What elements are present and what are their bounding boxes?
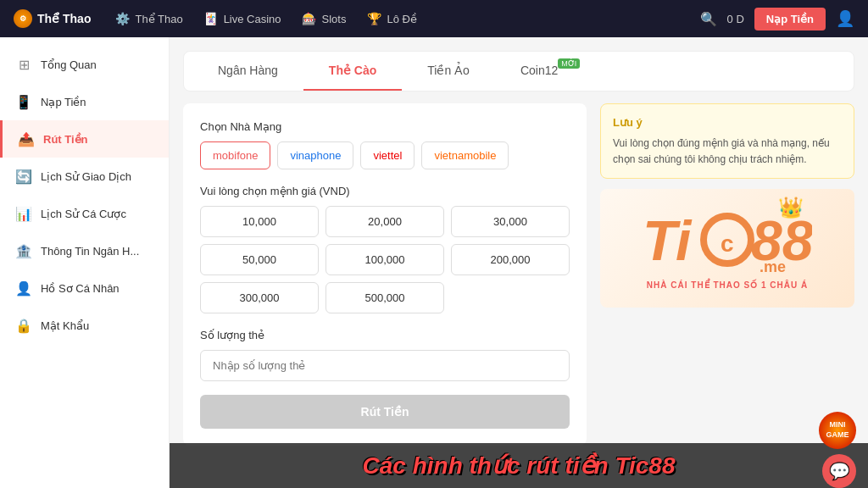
sidebar-item-matkhau[interactable]: 🔒 Mật Khẩu (0, 307, 169, 344)
note-text: Vui lòng chọn đúng mệnh giá và nhà mạng,… (613, 136, 842, 168)
denom-label: Vui lòng chọn mệnh giá (VND) (200, 185, 570, 197)
logo-tagline: NHÀ CÁI THỂ THAO SỐ 1 CHÂU Á (643, 280, 812, 290)
denomination-grid: 10,000 20,000 30,000 50,000 100,000 200,… (200, 206, 570, 313)
nav-item-slots[interactable]: 🎰 Slots (302, 11, 347, 26)
network-label: Chọn Nhà Mạng (200, 120, 570, 133)
network-vietnamobile[interactable]: vietnamobile (421, 141, 509, 169)
note-box: Lưu ý Vui lòng chọn đúng mệnh giá và nhà… (600, 103, 854, 179)
network-vinaphone[interactable]: vinaphone (277, 141, 353, 169)
user-icon[interactable]: 👤 (836, 9, 854, 28)
sidebar-label-thongtinnganh: Thông Tin Ngân H... (41, 245, 139, 258)
nav-label-slots: Slots (322, 13, 347, 25)
tab-nganhang[interactable]: Ngân Hàng (192, 52, 303, 91)
main-content: Ngân Hàng Thẻ Cào Tiền Ảo Coin12 MỚI Chọ… (170, 37, 868, 488)
form-area: Chọn Nhà Mạng mobifone vinaphone viettel… (183, 103, 854, 446)
logo-text: Thể Thao (37, 12, 91, 25)
withdrawal-form: Chọn Nhà Mạng mobifone vinaphone viettel… (183, 103, 587, 446)
chat-button[interactable]: 💬 (822, 454, 856, 488)
network-mobifone[interactable]: mobifone (200, 141, 270, 169)
sidebar-label-lichsugiaodich: Lịch Sử Giao Dịch (41, 170, 131, 183)
naptien-icon: 📱 (15, 93, 32, 110)
top-navigation: ⚙ Thể Thao ⚙️ Thể Thao 🃏 Live Casino 🎰 S… (0, 0, 868, 37)
tab-label-nganhang: Ngân Hàng (218, 64, 278, 77)
nav-label-thethao: Thể Thao (135, 13, 182, 25)
logo-wrapper: Ti c 88 .me NHÀ CÁI THỂ THAO SỐ 1 CHÂU Á (643, 208, 812, 290)
sidebar-label-naptien: Nạp Tiền (41, 96, 86, 108)
nav-right: 🔍 0 D Nạp Tiền 👤 (700, 8, 854, 30)
site-logo[interactable]: ⚙ Thể Thao (14, 9, 91, 28)
tab-thecao[interactable]: Thẻ Cào (303, 52, 402, 91)
tab-coin12[interactable]: Coin12 MỚI (495, 52, 583, 91)
denom-30000[interactable]: 30,000 (451, 206, 570, 237)
main-layout: ⊞ Tổng Quan 📱 Nạp Tiền 📤 Rút Tiền 🔄 Lịch… (0, 37, 868, 488)
svg-text:c: c (721, 230, 734, 257)
nav-label-livecasino: Live Casino (224, 13, 281, 25)
denom-100000[interactable]: 100,000 (326, 244, 444, 275)
livecasino-icon: 🃏 (203, 11, 219, 26)
sidebar-label-matkhau: Mật Khẩu (41, 319, 89, 332)
sidebar-item-tongquan[interactable]: ⊞ Tổng Quan (0, 46, 169, 83)
network-buttons: mobifone vinaphone viettel vietnamobile (200, 141, 570, 169)
network-viettel[interactable]: viettel (360, 141, 415, 169)
svg-text:Ti: Ti (643, 209, 693, 272)
denom-20000[interactable]: 20,000 (326, 206, 444, 237)
slots-icon: 🎰 (302, 11, 317, 26)
mini-game-button[interactable]: MINI GAME (819, 412, 856, 449)
tab-label-tienao: Tiền Ảo (427, 64, 470, 77)
tab-label-coin12: Coin12 (520, 64, 558, 77)
lichsucacuoc-icon: 📊 (15, 205, 32, 222)
sidebar-label-lichsucacuoc: Lịch Sử Cá Cược (41, 208, 126, 220)
denom-300000[interactable]: 300,000 (200, 282, 319, 313)
denom-10000[interactable]: 10,000 (200, 206, 319, 237)
sidebar-item-lichsugiaodich[interactable]: 🔄 Lịch Sử Giao Dịch (0, 158, 169, 195)
lichsugiaodich-icon: 🔄 (15, 168, 32, 185)
right-panel: Lưu ý Vui lòng chọn đúng mệnh giá và nhà… (600, 103, 854, 446)
lode-icon: 🏆 (366, 11, 381, 26)
search-icon[interactable]: 🔍 (700, 11, 717, 27)
denom-500000[interactable]: 500,000 (326, 282, 444, 313)
payment-tabs: Ngân Hàng Thẻ Cào Tiền Ảo Coin12 MỚI (183, 51, 854, 92)
matkhau-icon: 🔒 (15, 317, 32, 334)
note-title: Lưu ý (613, 114, 842, 132)
tab-label-thecao: Thẻ Cào (329, 64, 376, 77)
nav-item-thethao[interactable]: ⚙️ Thể Thao (114, 11, 182, 26)
deposit-button[interactable]: Nạp Tiền (754, 8, 826, 30)
hosoca-icon: 👤 (15, 280, 32, 297)
submit-button[interactable]: Rút Tiền (200, 395, 570, 429)
sidebar-item-naptien[interactable]: 📱 Nạp Tiền (0, 83, 169, 120)
quantity-label: Số lượng thẻ (200, 329, 570, 341)
sidebar-item-thongtinnganh[interactable]: 🏦 Thông Tin Ngân H... (0, 232, 169, 269)
brand-logo-area: 👑 Ti c 88 .me (600, 189, 854, 308)
thongtinnganh-icon: 🏦 (15, 242, 32, 259)
quantity-input[interactable] (200, 350, 570, 381)
denom-200000[interactable]: 200,000 (451, 244, 570, 275)
svg-text:.me: .me (760, 258, 786, 275)
nav-items: ⚙️ Thể Thao 🃏 Live Casino 🎰 Slots 🏆 Lô Đ… (114, 11, 676, 26)
tab-tienao[interactable]: Tiền Ảo (402, 52, 495, 91)
sidebar-item-ruttien[interactable]: 📤 Rút Tiền (0, 120, 169, 158)
sidebar-item-hosoca[interactable]: 👤 Hồ Sơ Cá Nhân (0, 269, 169, 307)
nav-item-livecasino[interactable]: 🃏 Live Casino (203, 11, 281, 26)
sidebar: ⊞ Tổng Quan 📱 Nạp Tiền 📤 Rút Tiền 🔄 Lịch… (0, 37, 170, 488)
balance-display: 0 D (727, 13, 744, 25)
sidebar-label-tongquan: Tổng Quan (41, 58, 97, 71)
nav-label-lode: Lô Đề (387, 13, 416, 25)
ruttien-icon: 📤 (18, 130, 35, 147)
logo-icon: ⚙ (14, 9, 32, 28)
sidebar-label-hosoca: Hồ Sơ Cá Nhân (41, 282, 120, 295)
crown-icon: 👑 (778, 196, 804, 219)
nav-item-lode[interactable]: 🏆 Lô Đề (366, 11, 416, 26)
denom-50000[interactable]: 50,000 (200, 244, 319, 275)
tongquan-icon: ⊞ (15, 56, 32, 73)
new-badge: MỚI (558, 58, 580, 69)
sidebar-label-ruttien: Rút Tiền (43, 133, 88, 146)
thethao-icon: ⚙️ (114, 11, 130, 26)
sidebar-item-lichsucacuoc[interactable]: 📊 Lịch Sử Cá Cược (0, 195, 169, 232)
